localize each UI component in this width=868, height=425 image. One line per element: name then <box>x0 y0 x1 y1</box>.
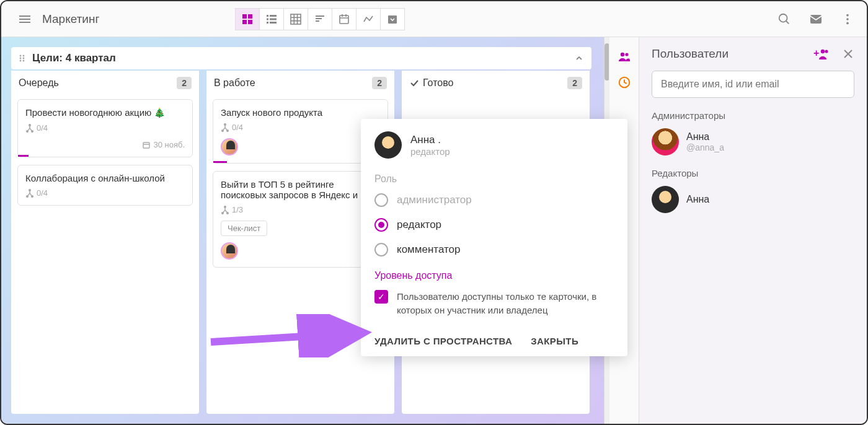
kanban-card[interactable]: Провести новогоднюю акцию 🎄0/430 нояб. <box>17 99 193 157</box>
view-kanban-button[interactable] <box>235 8 260 30</box>
admins-section-label: Администраторы <box>652 110 854 121</box>
role-label: комментатор <box>397 243 460 256</box>
avatar <box>652 186 679 213</box>
svg-point-55 <box>224 206 226 208</box>
collapse-icon[interactable] <box>574 53 584 63</box>
svg-rect-3 <box>248 20 252 24</box>
svg-point-62 <box>821 50 825 53</box>
add-user-icon[interactable]: + <box>813 48 830 60</box>
kanban-column: Очередь2Провести новогоднюю акцию 🎄0/430… <box>11 71 199 414</box>
role-option-commenter[interactable]: комментатор <box>374 243 614 256</box>
svg-point-30 <box>23 58 25 59</box>
user-search-input[interactable] <box>652 71 854 98</box>
clock-rail-icon[interactable] <box>618 76 631 89</box>
column-count: 2 <box>372 77 387 89</box>
svg-point-37 <box>32 130 33 132</box>
access-checkbox[interactable]: ✓ <box>374 290 388 304</box>
mail-icon[interactable] <box>808 12 823 27</box>
radio-icon <box>374 218 388 232</box>
svg-point-58 <box>620 53 624 56</box>
svg-point-27 <box>20 58 22 59</box>
progress-bar <box>213 161 227 163</box>
editors-section-label: Редакторы <box>652 168 854 178</box>
view-table-button[interactable] <box>283 8 308 30</box>
svg-rect-38 <box>143 142 149 148</box>
user-role-popup: Анна . редактор Роль администраторредакт… <box>361 119 627 356</box>
card-title: Коллаборация с онлайн-школой <box>25 173 185 183</box>
more-icon[interactable] <box>841 12 854 26</box>
svg-rect-22 <box>810 15 822 24</box>
search-icon[interactable] <box>777 12 791 26</box>
view-toolbar <box>236 8 405 30</box>
due-date: 30 нояб. <box>25 140 185 149</box>
svg-point-35 <box>29 124 31 126</box>
checklist-tag: Чек-лист <box>221 221 267 236</box>
svg-point-25 <box>846 22 849 24</box>
users-sidebar: Пользователи + Администраторы Анна @anna… <box>639 37 867 424</box>
kanban-card[interactable]: Коллаборация с онлайн-школой0/4 <box>17 165 193 206</box>
topbar: Маркетинг <box>1 1 867 37</box>
users-rail-icon[interactable] <box>617 50 632 64</box>
radio-icon <box>374 243 388 256</box>
svg-rect-7 <box>270 18 277 20</box>
sidebar-title: Пользователи <box>652 47 728 61</box>
avatar <box>652 128 679 156</box>
admin-user-row[interactable]: Анна @anna_a <box>652 128 854 156</box>
svg-point-28 <box>20 60 22 62</box>
menu-icon[interactable] <box>14 8 36 30</box>
popup-user-name: Анна . <box>410 134 450 146</box>
view-timeline-button[interactable] <box>356 8 381 30</box>
view-calendar-button[interactable] <box>332 8 356 30</box>
svg-line-21 <box>786 20 789 24</box>
column-header[interactable]: Очередь2 <box>11 71 199 95</box>
svg-point-49 <box>224 123 226 125</box>
svg-point-63 <box>825 50 828 53</box>
svg-rect-6 <box>267 18 268 20</box>
card-title: Запуск нового продукта <box>221 107 380 118</box>
close-icon[interactable] <box>842 48 854 60</box>
svg-point-50 <box>222 129 224 131</box>
svg-point-45 <box>32 195 33 197</box>
role-option-admin[interactable]: администратор <box>374 193 614 207</box>
svg-rect-4 <box>267 15 268 17</box>
svg-rect-10 <box>291 14 301 24</box>
svg-point-24 <box>846 18 849 20</box>
remove-from-space-button[interactable]: УДАЛИТЬ С ПРОСТРАНСТВА <box>374 336 512 346</box>
user-name: Анна <box>686 131 724 142</box>
card-title: Провести новогоднюю акцию 🎄 <box>25 107 185 118</box>
view-sort-button[interactable] <box>308 8 332 30</box>
svg-point-43 <box>29 189 31 191</box>
svg-point-59 <box>625 53 628 56</box>
page-title: Маркетинг <box>42 12 99 26</box>
close-popup-button[interactable]: ЗАКРЫТЬ <box>531 336 578 346</box>
progress-bar <box>18 155 29 157</box>
topbar-actions <box>777 12 854 27</box>
avatar <box>374 131 402 159</box>
svg-rect-5 <box>270 15 277 17</box>
section-header[interactable]: Цели: 4 квартал <box>11 47 591 69</box>
card-title: Выйти в ТОП 5 в рейтинге поисковых запро… <box>221 179 380 200</box>
radio-icon <box>374 193 388 207</box>
column-count: 2 <box>567 77 582 89</box>
svg-rect-0 <box>242 14 247 19</box>
column-title: Готово <box>423 77 453 89</box>
user-handle: @anna_a <box>686 142 724 152</box>
svg-text:+: + <box>813 48 819 58</box>
subtask-count: 0/4 <box>221 123 380 132</box>
role-label: редактор <box>397 219 441 231</box>
assignee-avatar <box>221 138 238 156</box>
svg-point-26 <box>20 55 22 57</box>
column-header[interactable]: В работе2 <box>206 71 394 95</box>
view-list-button[interactable] <box>259 8 284 30</box>
column-header[interactable]: Готово2 <box>402 71 590 95</box>
svg-point-31 <box>23 60 25 62</box>
role-option-editor[interactable]: редактор <box>374 218 614 232</box>
role-label: Роль <box>374 173 614 185</box>
svg-rect-2 <box>242 20 247 24</box>
view-archive-button[interactable] <box>380 8 405 30</box>
svg-rect-8 <box>267 22 268 24</box>
svg-point-23 <box>846 14 849 16</box>
editor-user-row[interactable]: Анна <box>652 186 854 213</box>
column-title: Очередь <box>19 77 59 89</box>
popup-user-role: редактор <box>410 146 450 157</box>
